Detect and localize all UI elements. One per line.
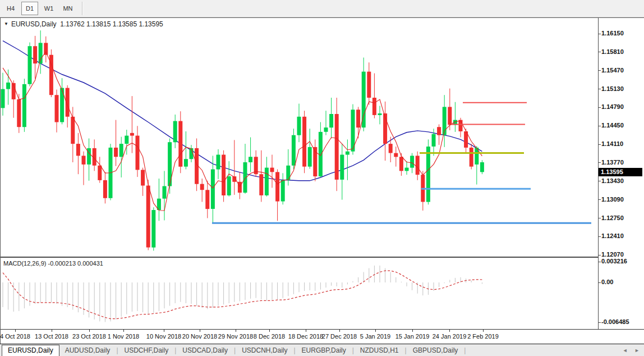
- symbol-tab-bar: EURUSD,DailyAUDUSD,Daily|USDCHF,Daily|US…: [0, 344, 644, 356]
- price-axis-label: 1.13430: [601, 177, 624, 184]
- candle-body: [470, 148, 473, 167]
- candle-body: [217, 155, 220, 170]
- candle-body: [222, 155, 226, 196]
- macd-tick: [598, 262, 601, 262]
- collapse-triangle-icon[interactable]: ▼: [4, 21, 8, 26]
- candle-body: [308, 147, 312, 167]
- candle-body: [432, 134, 436, 147]
- price-tick: [598, 199, 601, 200]
- date-tick: [483, 330, 484, 332]
- tab-scroll-right-icon[interactable]: ►: [634, 348, 640, 353]
- candle-body: [281, 180, 285, 202]
- candle-body: [346, 152, 349, 155]
- symbol-tab-usdchf[interactable]: USDCHF,Daily: [119, 345, 174, 356]
- candle-body: [6, 83, 10, 89]
- candle-body: [114, 148, 118, 157]
- candle-body: [292, 135, 296, 166]
- macd-axis-label: -0.006485: [601, 318, 629, 325]
- price-tick: [598, 126, 601, 126]
- candle-body: [238, 182, 242, 193]
- candle-body: [146, 186, 150, 248]
- price-chart-canvas[interactable]: [1, 18, 598, 257]
- date-axis[interactable]: 4 Oct 201813 Oct 201823 Oct 20181 Nov 20…: [1, 329, 644, 345]
- price-axis-label: 1.14450: [601, 122, 624, 129]
- candle-body: [249, 157, 252, 162]
- date-tick: [236, 330, 236, 332]
- price-axis-label: 1.12410: [601, 232, 624, 239]
- toolbar-separator: [82, 2, 83, 15]
- symbol-tab-eurusd[interactable]: EURUSD,Daily: [2, 345, 59, 356]
- macd-canvas[interactable]: [1, 258, 598, 329]
- candle-body: [71, 117, 75, 144]
- candle-body: [141, 170, 145, 186]
- date-axis-label: 20 Nov 2018: [182, 333, 217, 340]
- candle-body: [437, 127, 441, 135]
- current-price-badge: 1.13595: [599, 168, 642, 176]
- timeframe-toolbar: H4D1W1MN: [0, 0, 644, 17]
- candle-body: [1, 89, 5, 108]
- price-axis-label: 1.12070: [601, 251, 624, 258]
- candle-body: [173, 121, 177, 143]
- symbol-tab-gbpusd[interactable]: GBPUSD,Daily: [407, 345, 464, 356]
- timeframe-button-w1[interactable]: W1: [40, 2, 57, 15]
- candle-body: [270, 168, 274, 172]
- candle-body: [178, 121, 182, 167]
- price-tick: [598, 255, 601, 255]
- symbol-tab-nzdusd[interactable]: NZDUSD,H1: [355, 345, 404, 356]
- price-axis-label: 1.15130: [601, 85, 624, 92]
- candle-body: [324, 127, 328, 132]
- candle-body: [480, 162, 484, 172]
- chart-symbol-label: EURUSD,Daily: [11, 20, 57, 28]
- candle-body: [33, 46, 37, 63]
- tab-scroll-left-icon[interactable]: ◄: [623, 348, 628, 353]
- candle-body: [265, 168, 269, 195]
- candle-body: [151, 210, 155, 248]
- candle-body: [82, 156, 86, 165]
- symbol-tab-usdcnh[interactable]: USDCNH,Daily: [236, 345, 293, 356]
- candle-body: [22, 84, 26, 127]
- date-tick: [164, 330, 164, 332]
- candle-body: [55, 95, 59, 122]
- date-tick: [200, 330, 200, 332]
- chart-title: ▼EURUSD,Daily 1.13762 1.13815 1.13585 1.…: [4, 20, 163, 28]
- symbol-tab-usdcad[interactable]: USDCAD,Daily: [177, 345, 233, 356]
- price-axis-label: 1.12750: [601, 214, 624, 221]
- timeframe-button-h4[interactable]: H4: [2, 2, 19, 15]
- date-tick: [15, 330, 16, 332]
- price-axis-label: 1.15810: [601, 48, 624, 55]
- price-axis-label: 1.13770: [601, 159, 624, 166]
- price-axis-label: 1.14110: [601, 140, 623, 147]
- price-tick: [598, 107, 601, 108]
- candle-body: [410, 156, 414, 167]
- timeframe-button-mn[interactable]: MN: [59, 2, 76, 15]
- candle-body: [416, 156, 420, 175]
- price-tick: [598, 89, 601, 89]
- date-tick: [306, 330, 306, 332]
- symbol-tab-eurgbp[interactable]: EURGBP,Daily: [296, 345, 352, 356]
- timeframe-button-d1[interactable]: D1: [21, 2, 38, 15]
- candle-body: [211, 170, 215, 209]
- price-tick: [598, 236, 601, 237]
- chart-window: ▼EURUSD,Daily 1.13762 1.13815 1.13585 1.…: [0, 17, 644, 344]
- candle-body: [356, 109, 360, 127]
- price-tick: [598, 181, 601, 181]
- candle-body: [459, 120, 463, 131]
- macd-axis-label: 0.003216: [601, 258, 627, 264]
- candle-body: [302, 117, 306, 167]
- tab-separator: |: [463, 346, 466, 354]
- date-tick: [449, 330, 450, 332]
- symbol-tab-audusd[interactable]: AUDUSD,Daily: [59, 345, 116, 356]
- macd-tick: [598, 282, 601, 283]
- date-axis-label: 29 Nov 2018: [218, 333, 253, 340]
- candle-body: [200, 184, 204, 190]
- price-axis-label: 1.13090: [601, 196, 624, 203]
- price-tick: [598, 144, 601, 145]
- price-tick: [598, 218, 601, 218]
- candle-body: [163, 186, 167, 199]
- candle-body: [367, 72, 371, 98]
- macd-label: MACD(12,26,9) -0.000213 0.000431: [3, 260, 103, 267]
- candle-body: [136, 136, 140, 170]
- price-tick: [598, 162, 601, 163]
- candle-body: [119, 144, 123, 157]
- date-tick: [123, 330, 124, 332]
